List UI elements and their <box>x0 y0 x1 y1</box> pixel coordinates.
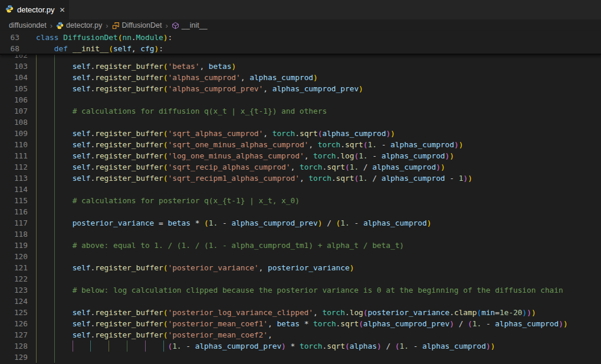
tab-detector-py[interactable]: detector.py ✕ <box>0 0 69 19</box>
code-text: self.register_buffer('posterior_mean_coe… <box>36 329 272 340</box>
code-line[interactable]: 103 self.register_buffer('betas', betas) <box>0 61 601 72</box>
line-number[interactable]: 110 <box>0 139 28 150</box>
code-editor[interactable]: 103 self.register_buffer('betas', betas)… <box>0 61 601 363</box>
breadcrumb-item-class-diffusiondet[interactable]: DiffusionDet <box>112 21 162 29</box>
breadcrumb: diffusiondet › detector.py › D <box>0 19 601 31</box>
code-line[interactable]: 108 <box>0 117 601 128</box>
code-line[interactable]: 105 self.register_buffer('alphas_cumprod… <box>0 83 601 94</box>
line-number[interactable]: 117 <box>0 217 28 229</box>
chevron-separator: › <box>105 21 109 30</box>
line-number[interactable]: 128 <box>0 340 28 352</box>
line-number[interactable]: 111 <box>0 150 28 161</box>
sticky-line[interactable]: 68 def __init__(self, cfg): <box>0 43 601 54</box>
code-line[interactable]: 125 self.register_buffer('posterior_log_… <box>0 307 601 318</box>
code-line[interactable]: 122 <box>0 273 601 284</box>
code-line[interactable]: 104 self.register_buffer('alphas_cumprod… <box>0 72 601 83</box>
indent-guide <box>54 94 55 105</box>
indent-guide <box>36 55 37 61</box>
code-line[interactable]: 127 self.register_buffer('posterior_mean… <box>0 329 601 340</box>
indent-guide <box>36 94 37 105</box>
line-number[interactable]: 104 <box>0 72 28 83</box>
code-line[interactable]: 119 # above: equal to 1. / (1. / (1. - a… <box>0 240 601 251</box>
line-number[interactable]: 118 <box>0 229 28 240</box>
code-text: self.register_buffer('posterior_variance… <box>36 262 354 273</box>
breadcrumb-item-diffusiondet[interactable]: diffusiondet <box>9 21 47 29</box>
line-number[interactable]: 112 <box>0 161 28 173</box>
code-text: # calculations for posterior q(x_{t-1} |… <box>36 195 300 206</box>
python-icon <box>56 22 64 29</box>
breadcrumb-label: DiffusionDet <box>122 21 162 29</box>
code-line[interactable]: 114 <box>0 184 601 195</box>
code-line[interactable]: 116 <box>0 206 601 217</box>
code-text: self.register_buffer('alphas_cumprod_pre… <box>36 83 363 94</box>
code-line[interactable]: 128 (1. - alphas_cumprod_prev) * torch.s… <box>0 340 601 352</box>
line-number[interactable]: 108 <box>0 117 28 128</box>
breadcrumb-item-method-init[interactable]: __init__ <box>172 21 208 29</box>
code-line[interactable]: 112 self.register_buffer('sqrt_recip_alp… <box>0 161 601 173</box>
line-number[interactable]: 68 <box>0 43 19 54</box>
line-number[interactable]: 127 <box>0 329 28 340</box>
code-line[interactable]: 124 <box>0 296 601 307</box>
sticky-line[interactable]: 63class DiffusionDet(nn.Module): <box>0 32 601 43</box>
indent-guide <box>54 206 55 217</box>
indent-guide <box>54 117 55 128</box>
code-text: # below: log calculation clipped because… <box>36 284 563 296</box>
indent-guide <box>54 273 55 284</box>
indent-guide <box>36 273 37 284</box>
line-number[interactable]: 105 <box>0 83 28 94</box>
line-number[interactable]: 109 <box>0 128 28 139</box>
chevron-separator: › <box>165 21 168 30</box>
code-line[interactable]: 126 self.register_buffer('posterior_mean… <box>0 318 601 329</box>
breadcrumb-label: detector.py <box>66 21 102 29</box>
line-number[interactable]: 107 <box>0 105 28 117</box>
indent-guide <box>54 352 55 363</box>
breadcrumb-label: diffusiondet <box>9 21 47 29</box>
line-number[interactable]: 121 <box>0 262 28 273</box>
indent-guide <box>36 117 37 128</box>
line-number[interactable]: 123 <box>0 284 28 296</box>
line-number[interactable]: 126 <box>0 318 28 329</box>
line-number[interactable]: 122 <box>0 273 28 284</box>
code-line[interactable]: 120 <box>0 251 601 262</box>
code-text: self.register_buffer('sqrt_one_minus_alp… <box>36 139 463 150</box>
code-line[interactable]: 110 self.register_buffer('sqrt_one_minus… <box>0 139 601 150</box>
code-line[interactable]: 106 <box>0 94 601 105</box>
line-number[interactable]: 120 <box>0 251 28 262</box>
line-number[interactable]: 63 <box>0 32 19 43</box>
code-line[interactable]: 109 self.register_buffer('sqrt_alphas_cu… <box>0 128 601 139</box>
code-line[interactable]: 129 <box>0 352 601 363</box>
code-line-partial[interactable]: 102 <box>0 55 601 61</box>
code-line[interactable]: 102 <box>0 55 601 61</box>
breadcrumb-item-detector-py[interactable]: detector.py <box>56 21 102 29</box>
code-line[interactable]: 115 # calculations for posterior q(x_{t-… <box>0 195 601 206</box>
code-line[interactable]: 111 self.register_buffer('log_one_minus_… <box>0 150 601 161</box>
code-line[interactable]: 123 # below: log calculation clipped bec… <box>0 284 601 296</box>
tab-bar: detector.py ✕ <box>0 0 601 19</box>
indent-guide <box>36 296 37 307</box>
chevron-separator: › <box>50 21 53 30</box>
line-number[interactable]: 129 <box>0 352 28 363</box>
code-text: self.register_buffer('alphas_cumprod', a… <box>36 72 318 83</box>
code-line[interactable]: 117 posterior_variance = betas * (1. - a… <box>0 217 601 229</box>
line-number[interactable]: 114 <box>0 184 28 195</box>
line-number[interactable]: 115 <box>0 195 28 206</box>
indent-guide <box>54 251 55 262</box>
code-text: # calculations for diffusion q(x_t | x_{… <box>36 105 327 117</box>
line-number[interactable]: 125 <box>0 307 28 318</box>
tab-close-icon[interactable]: ✕ <box>58 6 67 14</box>
line-number[interactable]: 102 <box>0 55 28 61</box>
python-icon <box>5 5 14 15</box>
vscode-window: detector.py ✕ diffusiondet › detector.py… <box>0 0 601 363</box>
line-number[interactable]: 106 <box>0 94 28 105</box>
line-number[interactable]: 113 <box>0 173 28 184</box>
code-line[interactable]: 113 self.register_buffer('sqrt_recipm1_a… <box>0 173 601 184</box>
indent-guide <box>36 251 37 262</box>
line-number[interactable]: 124 <box>0 296 28 307</box>
line-number[interactable]: 103 <box>0 61 28 72</box>
code-line[interactable]: 118 <box>0 229 601 240</box>
line-number[interactable]: 116 <box>0 206 28 217</box>
code-line[interactable]: 107 # calculations for diffusion q(x_t |… <box>0 105 601 117</box>
line-number[interactable]: 119 <box>0 240 28 251</box>
code-text: self.register_buffer('posterior_log_vari… <box>36 307 536 318</box>
code-line[interactable]: 121 self.register_buffer('posterior_vari… <box>0 262 601 273</box>
